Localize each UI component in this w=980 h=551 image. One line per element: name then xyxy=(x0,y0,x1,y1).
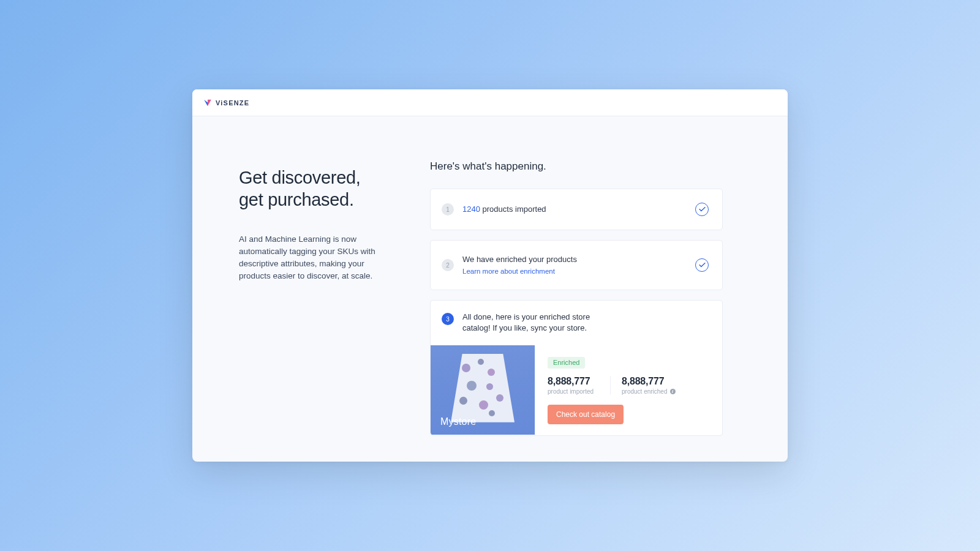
step-number-badge: 2 xyxy=(442,259,454,271)
activity-column: Here's what's happening. 1 1240 products… xyxy=(430,160,723,446)
headline-line-2: get purchased. xyxy=(239,189,398,211)
step-number-badge: 3 xyxy=(442,313,454,325)
store-stats: Enriched 8,888,777 product imported 8,88… xyxy=(535,345,722,435)
step2-text: We have enriched your products Learn mor… xyxy=(462,254,687,276)
step-card-imported: 1 1240 products imported xyxy=(430,189,723,230)
store-name-label: Mystore xyxy=(440,416,476,427)
topbar: ViSENZE xyxy=(192,89,788,116)
content-area: Get discovered, get purchased. AI and Ma… xyxy=(192,116,788,446)
stat-enriched-label: product enriched xyxy=(622,388,668,395)
page-headline: Get discovered, get purchased. xyxy=(239,167,398,211)
step-number-badge: 1 xyxy=(442,203,454,216)
stat-imported: 8,888,777 product imported xyxy=(548,376,609,395)
step-card-enriched: 2 We have enriched your products Learn m… xyxy=(430,240,723,290)
headline-line-1: Get discovered, xyxy=(239,167,398,189)
brand-name: ViSENZE xyxy=(216,99,249,107)
stat-imported-value: 8,888,777 xyxy=(548,376,609,387)
step1-text: 1240 products imported xyxy=(462,204,687,215)
info-icon[interactable]: i xyxy=(670,389,676,394)
intro-column: Get discovered, get purchased. AI and Ma… xyxy=(239,160,398,446)
imported-suffix: products imported xyxy=(483,204,546,214)
step-card-catalog: 3 All done, here is your enriched store … xyxy=(430,300,723,435)
stat-enriched-value: 8,888,777 xyxy=(622,376,676,387)
store-panel: Mystore Enriched 8,888,777 product impor… xyxy=(431,345,722,435)
stat-enriched: 8,888,777 product enriched i xyxy=(610,376,676,395)
enriched-text: We have enriched your products xyxy=(462,255,577,264)
brand-mark-icon xyxy=(203,99,212,107)
store-thumbnail[interactable]: Mystore xyxy=(431,345,535,435)
brand-logo[interactable]: ViSENZE xyxy=(203,99,249,107)
check-out-catalog-button[interactable]: Check out catalog xyxy=(548,405,624,424)
step3-text: All done, here is your enriched store ca… xyxy=(462,312,603,334)
imported-count[interactable]: 1240 xyxy=(462,204,480,214)
check-icon xyxy=(695,258,709,272)
page-description: AI and Machine Learning is now automatic… xyxy=(239,233,398,283)
status-badge: Enriched xyxy=(548,357,585,369)
learn-more-link[interactable]: Learn more about enrichment xyxy=(462,266,687,276)
app-window: ViSENZE Get discovered, get purchased. A… xyxy=(192,89,788,462)
product-image-placeholder xyxy=(451,354,514,422)
activity-subtitle: Here's what's happening. xyxy=(430,160,723,173)
stat-imported-label: product imported xyxy=(548,388,609,395)
check-icon xyxy=(695,203,709,216)
